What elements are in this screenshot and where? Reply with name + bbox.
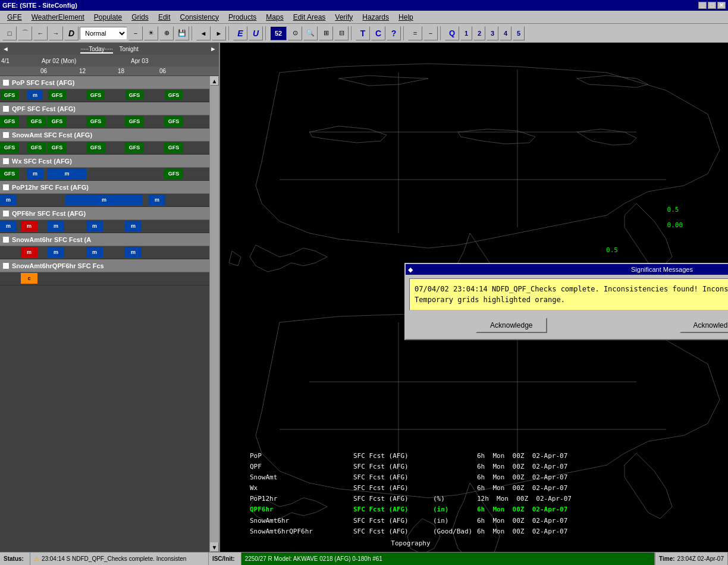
toolbar-U-btn[interactable]: U: [249, 26, 263, 40]
pop-sfc-checkbox[interactable]: [2, 79, 10, 86]
scroll-up-btn[interactable]: ▲: [210, 76, 219, 86]
qpf-cell-4: GFS: [86, 116, 105, 127]
menu-item-verify[interactable]: Verify: [330, 12, 357, 23]
minimize-btn[interactable]: _: [698, 2, 707, 9]
toolbar-4-btn[interactable]: 4: [500, 26, 512, 40]
significant-messages-dialog: ◆ Significant Messages — ✕ 07/04/02 23:0…: [404, 263, 728, 340]
menu-item-gfe[interactable]: GFE: [2, 12, 27, 23]
scroll-track: [210, 86, 219, 542]
close-btn[interactable]: ✕: [717, 2, 726, 9]
sig-messages-content: 07/04/02 23:04:14 NDFD_QPF_Checks comple…: [406, 275, 728, 339]
time-nav-left[interactable]: ◄: [2, 45, 9, 52]
toolbar-sep1: [192, 26, 194, 40]
menu-bar: GFEWeatherElementPopulateGridsEditConsis…: [0, 11, 728, 24]
qpf-cell-5: GFS: [125, 116, 144, 127]
toolbar-zoom-btn[interactable]: 🔍: [303, 26, 318, 40]
toolbar-help-btn[interactable]: ?: [387, 26, 401, 40]
qpf-sfc-checkbox[interactable]: [2, 105, 10, 112]
status-text-label: Status:: [4, 555, 24, 562]
toolbar-grid2-btn[interactable]: ⊟: [334, 26, 349, 40]
toolbar-52-btn[interactable]: 52: [270, 26, 287, 40]
pop12hr-sfc-checkbox[interactable]: [2, 184, 10, 191]
menu-item-consistency[interactable]: Consistency: [175, 12, 224, 23]
maximize-btn[interactable]: □: [708, 2, 716, 9]
menu-item-populate[interactable]: Populate: [89, 12, 127, 23]
acknowledge-button[interactable]: Acknowledge: [476, 318, 547, 333]
snowamt6hr-sfc-grid: m m m m: [0, 246, 209, 259]
date-41: 4/1: [1, 58, 10, 64]
toolbar-d-btn[interactable]: D: [64, 26, 79, 40]
hours-row: 06 12 18 06: [0, 67, 219, 76]
scroll-down-btn[interactable]: ▼: [210, 542, 219, 552]
menu-item-products[interactable]: Products: [224, 12, 261, 23]
toolbar-minus-btn[interactable]: −: [128, 26, 143, 40]
qpf-sfc-grid: GFS GFS GFS GFS GFS GFS: [0, 115, 209, 128]
toolbar-sep6: [440, 26, 443, 40]
toolbar-prev-btn[interactable]: ←: [33, 26, 48, 40]
map-area[interactable]: 0.5 0.00 0.5 0.01 PoP SFC Fcst (AFG) 6h …: [220, 43, 728, 552]
qpf6hr-sfc-row: QPF6hr SFC Fcst (AFG) m m m m m: [0, 207, 219, 233]
toolbar-C-btn[interactable]: C: [371, 26, 385, 40]
pop-sfc-header: PoP SFC Fcst (AFG): [0, 76, 209, 89]
title-bar: GFE: (SITE - SiteConfig) _ □ ✕: [0, 0, 728, 11]
pop12hr-sfc-label: PoP12hr SFC Fcst (AFG): [12, 184, 89, 191]
toolbar-target-btn[interactable]: ⊕: [159, 26, 174, 40]
time-nav-right[interactable]: ►: [210, 45, 216, 52]
toolbar-sun-btn[interactable]: ☀: [144, 26, 158, 40]
toolbar-minus2-btn[interactable]: −: [423, 26, 438, 40]
toolbar-target2-btn[interactable]: ⊙: [288, 26, 302, 40]
qpf6hr-sfc-checkbox[interactable]: [2, 210, 10, 217]
menu-item-weatherelement[interactable]: WeatherElement: [27, 12, 89, 23]
toolbar-nav-right[interactable]: ►: [212, 26, 226, 40]
toolbar-2-btn[interactable]: 2: [473, 26, 485, 40]
toolbar-arc-btn[interactable]: ⌒: [18, 26, 32, 40]
toolbar-Q-btn[interactable]: Q: [445, 26, 459, 40]
toolbar-eq-btn[interactable]: =: [408, 26, 422, 40]
snowamt6hrqpf6hr-sfc-checkbox[interactable]: [2, 262, 10, 269]
snowamt6hr-sfc-row: SnowAmt6hr SFC Fcst (A m m m m: [0, 233, 219, 259]
snowamt6hr-sfc-checkbox[interactable]: [2, 236, 10, 243]
toolbar: □ ⌒ ← → D Normal − ☀ ⊕ 💾 ◄ ► E U 52 ⊙ 🔍 …: [0, 24, 728, 43]
qpf6-cell-1: m: [0, 221, 17, 231]
toolbar-grid-btn[interactable]: ⊞: [319, 26, 333, 40]
status-icon: ⚠: [34, 555, 39, 562]
toolbar-select-btn[interactable]: □: [2, 26, 17, 40]
toolbar-T-btn[interactable]: T: [356, 26, 370, 40]
snowamt-sfc-header: SnowAmt SFC Fcst (AFG): [0, 128, 209, 142]
status-label: Status:: [0, 553, 30, 565]
acknowledge-all-button[interactable]: Acknowledge All (1 Pending...): [680, 318, 728, 333]
qpf-cell-6: GFS: [164, 116, 183, 127]
menu-item-edit[interactable]: Edit: [153, 12, 175, 23]
wx-cell-1: GFS: [0, 168, 19, 179]
toolbar-1-btn[interactable]: 1: [460, 26, 472, 40]
toolbar-nav-left[interactable]: ◄: [196, 26, 211, 40]
menu-item-grids[interactable]: Grids: [127, 12, 153, 23]
hour-06b: 06: [159, 68, 166, 74]
hour-18: 18: [118, 68, 124, 74]
toolbar-save-btn[interactable]: 💾: [175, 26, 189, 40]
menu-item-maps[interactable]: Maps: [261, 12, 288, 23]
time-today: ·····Today····· Tonight: [80, 46, 139, 52]
wx-sfc-checkbox[interactable]: [2, 158, 10, 165]
left-panel-scrollbar[interactable]: ▲ ▼: [209, 76, 219, 552]
snow6-cell-5: m: [125, 247, 142, 258]
menu-item-edit-areas[interactable]: Edit Areas: [288, 12, 331, 23]
map-num-05a: 0.5: [667, 206, 679, 214]
toolbar-sep5: [403, 26, 406, 40]
pop-sfc-grid: GFS m GFS GFS GFS GFS: [0, 89, 209, 102]
menu-item-help[interactable]: Help: [394, 12, 418, 23]
qpf-sfc-label: QPF SFC Fcst (AFG): [12, 105, 76, 112]
toolbar-sep2: [228, 26, 231, 40]
mode-select[interactable]: Normal: [80, 27, 127, 40]
pop12hr-sfc-row: PoP12hr SFC Fcst (AFG) m m m: [0, 181, 219, 207]
left-panel: ◄ ·····Today····· Tonight ► 4/1 Apr 02 (…: [0, 43, 220, 552]
toolbar-E-btn[interactable]: E: [233, 26, 247, 40]
toolbar-sep4: [351, 26, 353, 40]
snowamt6hrqpf6hr-sfc-row: SnowAmt6hrQPF6hr SFC Fcs c: [0, 259, 219, 285]
toolbar-next-btn[interactable]: →: [49, 26, 63, 40]
snowamt-sfc-checkbox[interactable]: [2, 131, 10, 139]
toolbar-3-btn[interactable]: 3: [487, 26, 498, 40]
menu-item-hazards[interactable]: Hazards: [357, 12, 394, 23]
toolbar-5-btn[interactable]: 5: [513, 26, 525, 40]
pop-cell-5: GFS: [125, 90, 144, 101]
